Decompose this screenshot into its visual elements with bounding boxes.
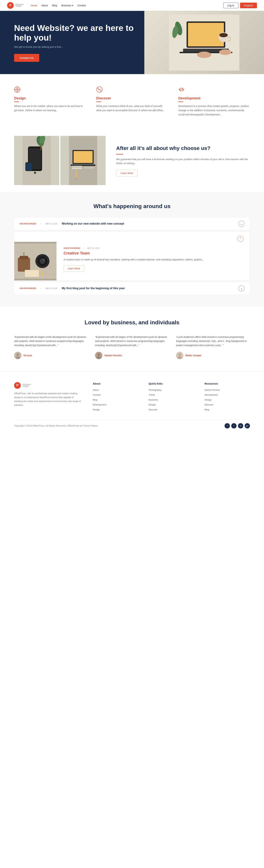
svg-point-25 (34, 172, 36, 174)
service-design-desc: Where you are in the market, where you w… (14, 104, 86, 113)
nav-links: Home About Blog Business ▾ Contact (31, 4, 223, 7)
footer-socials: f t in g+ (225, 423, 250, 429)
why-content: After all it's all about why choose us? … (106, 136, 264, 185)
social-linkedin-icon[interactable]: in (238, 423, 243, 429)
hero-section: Need Website? we are here to help you! W… (0, 11, 264, 74)
nav-business-dropdown[interactable]: Business ▾ (61, 4, 73, 7)
development-icon (178, 86, 250, 94)
footer-link-photo[interactable]: Photography (149, 389, 162, 391)
svg-rect-38 (76, 169, 77, 178)
footer-link-about-contact[interactable]: Contact (93, 394, 101, 396)
hero-laptop-image (144, 11, 264, 74)
svg-rect-48 (18, 258, 30, 272)
footer-link-design2[interactable]: Design (205, 398, 212, 401)
blog-toggle-3[interactable]: ⌄ (238, 285, 244, 291)
why-section: After all it's all about why choose us? … (0, 129, 264, 192)
why-underline (116, 154, 123, 155)
blog-tag-2: UNCATEGORIZED (63, 247, 80, 249)
svg-point-64 (178, 353, 181, 356)
contact-us-button[interactable]: Contact Us (14, 54, 39, 62)
blog-title-3: My first blog post for the beginning of … (62, 287, 236, 290)
register-button[interactable]: Register (240, 3, 257, 8)
footer-top: P officepress THEME OfficePress, with it… (14, 382, 250, 413)
blog-date-2: MAY 24, 2019 (87, 247, 100, 249)
footer-link-about-development[interactable]: Development (93, 403, 106, 406)
footer-link-about-blog[interactable]: Blog (93, 398, 97, 401)
nav-contact[interactable]: Contact (77, 4, 86, 7)
footer-col-quicklinks: Quick links Photography Travel Business … (149, 382, 194, 413)
footer-link-about-design[interactable]: Design (93, 408, 100, 411)
blog-image-2 (14, 242, 56, 280)
nav-about[interactable]: About (42, 4, 48, 7)
chevron-down-icon: ▾ (72, 4, 73, 7)
social-googleplus-icon[interactable]: g+ (245, 423, 250, 429)
footer-link-discover[interactable]: Discover (149, 408, 158, 411)
footer-col-quicklinks-title: Quick links (149, 382, 194, 385)
footer-link-blog2[interactable]: Blog (205, 408, 209, 411)
svg-rect-27 (26, 163, 32, 170)
footer-link-design[interactable]: Design (149, 403, 156, 406)
blog-meta-2: UNCATEGORIZED • MAY 24, 2019 (63, 247, 243, 249)
footer-col-about: About About Contact Blog Development Des… (93, 382, 138, 413)
svg-line-21 (181, 88, 182, 91)
blog-exp-desc-2: A creative team is made up of several ke… (63, 258, 243, 262)
svg-point-19 (98, 88, 98, 89)
footer-link-discover2[interactable]: Discover (205, 403, 213, 406)
blog-toggle-1[interactable]: ⌄ (238, 221, 244, 227)
blog-expanded-inner-2: UNCATEGORIZED • MAY 24, 2019 Creative Te… (14, 242, 250, 280)
svg-rect-33 (74, 151, 93, 163)
footer-link-about-about[interactable]: About (93, 389, 99, 391)
hero-subtitle: We get to know you by asking just a few.… (14, 45, 134, 48)
why-learn-more-button[interactable]: Learn More (116, 170, 138, 177)
blog-item-1[interactable]: UNCATEGORIZED • MAY 24, 2019 Working on … (14, 217, 250, 230)
hero-image (144, 11, 264, 74)
blog-tag-1: UNCATEGORIZED (20, 223, 36, 225)
footer-col-resources-list: Daniel Ferreira Development Design Disco… (205, 388, 250, 411)
svg-rect-55 (25, 270, 39, 277)
blog-toggle-2[interactable]: ⌃ (237, 236, 243, 242)
blog-tag-3: UNCATEGORIZED (20, 287, 36, 289)
svg-point-53 (39, 258, 45, 264)
logo-circle: P (7, 2, 14, 9)
blog-title-1: Working on our new website with new conc… (62, 222, 236, 225)
svg-point-58 (16, 353, 19, 356)
login-button[interactable]: Log In (223, 3, 238, 8)
footer-brand: P officepress THEME OfficePress, with it… (14, 382, 82, 413)
blog-exp-title-2: Creative Team (63, 251, 243, 255)
testimonial-name-1: ld scan (24, 354, 32, 357)
service-design: Design Where you are in the market, wher… (14, 86, 86, 117)
testimonial-name-3: Rinks Cooper (185, 354, 202, 357)
footer-logo: P officepress THEME (14, 382, 82, 389)
footer-link-dev[interactable]: Development (205, 394, 218, 396)
design-icon (14, 86, 86, 94)
svg-point-8 (219, 49, 232, 55)
blog-section-title: What's happening around us (14, 203, 250, 210)
blog-date-1: MAY 24, 2019 (46, 223, 57, 225)
svg-point-13 (17, 89, 18, 90)
nav-actions: Log In Register (223, 3, 257, 8)
testimonial-3: "Lucie Anderson offers Well-versed in nu… (176, 335, 250, 359)
blog-accordion: UNCATEGORIZED • MAY 24, 2019 Working on … (14, 217, 250, 296)
service-development: Development Development is a process tha… (178, 86, 250, 117)
social-facebook-icon[interactable]: f (225, 423, 230, 429)
footer-link-daniel[interactable]: Daniel Ferreira (205, 389, 220, 391)
service-discover: Discover What your customers think of yo… (96, 86, 168, 117)
footer: P officepress THEME OfficePress, with it… (0, 371, 264, 432)
why-desc: We guarantee that you will have a techni… (116, 157, 250, 166)
nav-home[interactable]: Home (31, 4, 37, 7)
testimonial-avatar-1 (14, 352, 22, 359)
blog-learn-more-button-2[interactable]: Learn More (63, 265, 84, 272)
nav-blog[interactable]: Blog (52, 4, 57, 7)
testimonial-author-1: ld scan (14, 352, 88, 359)
footer-link-business[interactable]: Business (149, 398, 158, 401)
footer-col-resources: Resources Daniel Ferreira Development De… (205, 382, 250, 413)
why-image-left (14, 136, 59, 185)
nav-logo[interactable]: P officepress THEME (7, 2, 24, 9)
blog-item-3[interactable]: UNCATEGORIZED • MAY 24, 2019 My first bl… (14, 282, 250, 295)
blog-exp-content-2: UNCATEGORIZED • MAY 24, 2019 Creative Te… (56, 242, 250, 280)
social-twitter-icon[interactable]: t (231, 423, 237, 429)
discover-icon (96, 86, 168, 94)
footer-col-about-title: About (93, 382, 138, 385)
footer-link-travel[interactable]: Travel (149, 394, 155, 396)
service-development-desc: Development is a process that creates gr… (178, 104, 250, 117)
